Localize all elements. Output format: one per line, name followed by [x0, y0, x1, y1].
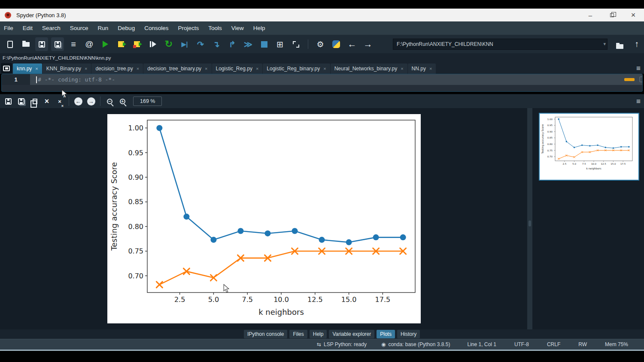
- tab-neural-networks-binary[interactable]: Neural_Networks_binary.py ×: [331, 63, 407, 74]
- run-selection-button[interactable]: [146, 37, 159, 51]
- restore-button[interactable]: [601, 9, 623, 21]
- debug-step-button[interactable]: ↷: [194, 37, 207, 51]
- close-tab-icon[interactable]: ×: [137, 66, 139, 71]
- scrollbar-handle[interactable]: [529, 220, 531, 226]
- svg-text:Testing accuracy Score: Testing accuracy Score: [109, 162, 118, 251]
- tab-variable-explorer[interactable]: Variable explorer: [329, 330, 374, 338]
- plots-options-button[interactable]: ≡: [636, 97, 641, 106]
- svg-text:k neighbors: k neighbors: [586, 167, 601, 170]
- outline-button[interactable]: ≡: [67, 37, 80, 51]
- menu-projects[interactable]: Projects: [173, 21, 204, 35]
- tab-plots[interactable]: Plots: [377, 330, 395, 338]
- run-file-button[interactable]: [99, 37, 112, 51]
- zoom-in-button[interactable]: +: [116, 95, 129, 107]
- debug-stop-button[interactable]: [258, 37, 270, 51]
- tab-nn[interactable]: NN.py ×: [408, 63, 436, 74]
- menu-consoles[interactable]: Consoles: [140, 21, 173, 35]
- tab-decision-tree-binary[interactable]: decision_tree_binary.py ×: [143, 63, 211, 74]
- tab-logistic-reg-binary[interactable]: Logistic_Reg_binary.py ×: [263, 63, 330, 74]
- preferences-button[interactable]: ⚙: [314, 37, 327, 51]
- menu-edit[interactable]: Edit: [18, 21, 37, 35]
- debug-continue-button[interactable]: ≫: [242, 37, 255, 51]
- tab-ipython-console[interactable]: IPython console: [244, 330, 287, 338]
- plot-figure[interactable]: 2.55.07.510.012.515.017.50.700.750.800.8…: [107, 114, 421, 323]
- menu-run[interactable]: Run: [93, 21, 113, 35]
- tab-knn-binary[interactable]: KNN_Binary.py ×: [43, 63, 91, 74]
- tab-history[interactable]: History: [397, 330, 420, 338]
- menu-tools[interactable]: Tools: [204, 21, 227, 35]
- remove-plot-button[interactable]: ×: [40, 95, 53, 107]
- plots-toolbar-separator-2: [100, 97, 100, 106]
- letterbox-top: [0, 0, 644, 9]
- working-directory-input[interactable]: [393, 39, 608, 50]
- tab-help[interactable]: Help: [310, 330, 327, 338]
- close-tab-icon[interactable]: ×: [35, 66, 38, 71]
- python-env-button[interactable]: [330, 37, 343, 51]
- run-to-line-button[interactable]: ▶|: [178, 37, 191, 51]
- save-plot-button[interactable]: [2, 95, 15, 107]
- save-button[interactable]: [35, 37, 48, 51]
- lsp-status-text: LSP Python: ready: [324, 341, 367, 347]
- tab-logistic-reg[interactable]: Logistic_Reg.py ×: [212, 63, 263, 74]
- code-editor[interactable]: 1 # -*- coding: utf-8 -*-: [1, 74, 643, 92]
- back-button[interactable]: ←: [346, 37, 358, 51]
- text-caret: [36, 76, 37, 83]
- maximize-pane-button[interactable]: [289, 37, 302, 51]
- tab-decision-tree[interactable]: decision_tree.py ×: [91, 63, 143, 74]
- plots-scrollbar[interactable]: [527, 108, 532, 329]
- chevron-down-icon[interactable]: ▾: [603, 41, 606, 47]
- menu-source[interactable]: Source: [65, 21, 93, 35]
- menu-help[interactable]: Help: [249, 21, 270, 35]
- svg-text:12.5: 12.5: [307, 296, 323, 304]
- browse-directory-button[interactable]: [613, 39, 626, 53]
- open-file-button[interactable]: [19, 37, 32, 51]
- save-all-plots-button[interactable]: [15, 95, 27, 107]
- tab-files[interactable]: Files: [289, 330, 307, 338]
- python-logo-icon: [332, 40, 340, 48]
- menu-debug[interactable]: Debug: [113, 21, 140, 35]
- tab-knn[interactable]: knn.py ×: [13, 63, 42, 74]
- debug-step-out-button[interactable]: ↱: [226, 37, 239, 51]
- split-editor-icon[interactable]: [639, 76, 643, 82]
- run-cell-icon: [118, 41, 125, 48]
- close-tab-icon[interactable]: ×: [323, 66, 326, 71]
- previous-plot-button[interactable]: ←: [72, 95, 85, 107]
- tab-options-button[interactable]: ≡: [636, 64, 641, 73]
- permissions-status: RW: [578, 341, 587, 347]
- svg-text:0.75: 0.75: [547, 149, 553, 152]
- close-tab-icon[interactable]: ×: [256, 66, 258, 71]
- browse-folder-icon: [616, 44, 623, 49]
- new-file-button[interactable]: [3, 37, 16, 51]
- copy-plot-button[interactable]: [27, 95, 40, 107]
- parent-directory-button[interactable]: ↑: [630, 37, 643, 51]
- close-tab-icon[interactable]: ×: [429, 66, 432, 71]
- close-tab-icon[interactable]: ×: [401, 66, 403, 71]
- plots-toolbar-separator: [69, 97, 69, 106]
- forward-button[interactable]: →: [361, 37, 374, 51]
- close-button[interactable]: ×: [623, 9, 644, 21]
- run-cell-button[interactable]: [115, 37, 128, 51]
- debug-step-into-button[interactable]: ↴: [210, 37, 223, 51]
- browse-tabs-button[interactable]: [1, 63, 12, 73]
- zoom-out-button[interactable]: −: [103, 95, 116, 107]
- run-selection-icon: [152, 41, 156, 47]
- menu-file[interactable]: File: [0, 21, 18, 35]
- rerun-cell-button[interactable]: ↻: [162, 37, 175, 51]
- run-cell-advance-icon: [134, 41, 140, 48]
- minimize-button[interactable]: –: [580, 9, 601, 21]
- conda-env-status[interactable]: ◉ conda: base (Python 3.8.5): [381, 341, 450, 347]
- menu-view[interactable]: View: [227, 21, 249, 35]
- run-cell-advance-button[interactable]: [131, 37, 143, 51]
- knn-accuracy-chart: 2.55.07.510.012.515.017.50.700.750.800.8…: [107, 114, 421, 323]
- lsp-icon: ⇆: [317, 341, 321, 347]
- plot-thumbnail[interactable]: 2.55.07.510.012.515.017.50.700.750.800.8…: [539, 113, 639, 181]
- close-tab-icon[interactable]: ×: [85, 66, 87, 71]
- find-symbols-button[interactable]: @: [83, 37, 96, 51]
- mouse-cursor: [61, 89, 68, 98]
- menu-search[interactable]: Search: [37, 21, 65, 35]
- new-window-button[interactable]: ⊞: [273, 37, 286, 51]
- close-tab-icon[interactable]: ×: [205, 66, 207, 71]
- next-plot-button[interactable]: →: [85, 95, 97, 107]
- current-line[interactable]: # -*- coding: utf-8 -*-: [30, 74, 642, 85]
- save-all-button[interactable]: [51, 37, 64, 51]
